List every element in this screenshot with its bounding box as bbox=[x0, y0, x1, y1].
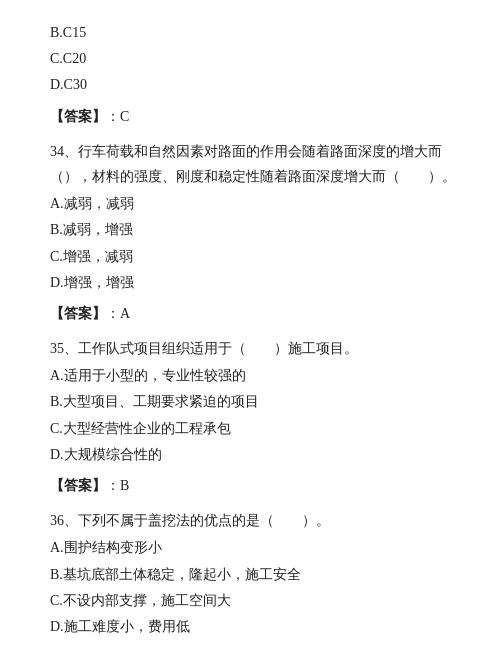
q36-options: A.围护结构变形小 B.基坑底部土体稳定，隆起小，施工安全 C.不设内部支撑，施… bbox=[50, 535, 460, 639]
q35-body: 工作队式项目组织适用于（ ）施工项目。 bbox=[78, 341, 358, 356]
q36-option-A: A.围护结构变形小 bbox=[50, 535, 460, 560]
q36-option-B: B.基坑底部土体稳定，隆起小，施工安全 bbox=[50, 562, 460, 587]
q34-text: 34、行车荷载和自然因素对路面的作用会随着路面深度的增大而（），材料的强度、刚度… bbox=[50, 139, 460, 189]
answer-34-value: A bbox=[120, 306, 130, 321]
question-36: 36、下列不属于盖挖法的优点的是（ ）。 A.围护结构变形小 B.基坑底部土体稳… bbox=[50, 508, 460, 639]
prev-answer: 【答案】：C bbox=[50, 104, 460, 129]
question-34: 34、行车荷载和自然因素对路面的作用会随着路面深度的增大而（），材料的强度、刚度… bbox=[50, 139, 460, 295]
q34-option-B: B.减弱，增强 bbox=[50, 217, 460, 242]
answer-35: 【答案】：B bbox=[50, 473, 460, 498]
answer-34: 【答案】：A bbox=[50, 301, 460, 326]
prev-answer-colon: ： bbox=[106, 109, 120, 124]
q36-body: 下列不属于盖挖法的优点的是（ ）。 bbox=[78, 513, 330, 528]
q35-option-D: D.大规模综合性的 bbox=[50, 442, 460, 467]
q35-option-B: B.大型项目、工期要求紧迫的项目 bbox=[50, 389, 460, 414]
q36-option-C: C.不设内部支撑，施工空间大 bbox=[50, 588, 460, 613]
answer-34-colon: ： bbox=[106, 306, 120, 321]
prev-option-list: B.C15 C.C20 D.C30 bbox=[50, 20, 460, 98]
q34-body: 行车荷载和自然因素对路面的作用会随着路面深度的增大而（），材料的强度、刚度和稳定… bbox=[50, 144, 456, 184]
answer-35-label: 【答案】 bbox=[50, 478, 106, 493]
q35-text: 35、工作队式项目组织适用于（ ）施工项目。 bbox=[50, 336, 460, 361]
answer-35-value: B bbox=[120, 478, 129, 493]
q36-number: 36、 bbox=[50, 513, 78, 528]
q34-option-A: A.减弱，减弱 bbox=[50, 191, 460, 216]
prev-answer-value: C bbox=[120, 109, 129, 124]
answer-35-colon: ： bbox=[106, 478, 120, 493]
q36-option-D: D.施工难度小，费用低 bbox=[50, 614, 460, 639]
prev-option-B: B.C15 bbox=[50, 20, 460, 45]
prev-option-D: D.C30 bbox=[50, 72, 460, 97]
q36-text: 36、下列不属于盖挖法的优点的是（ ）。 bbox=[50, 508, 460, 533]
q35-option-A: A.适用于小型的，专业性较强的 bbox=[50, 363, 460, 388]
q34-options: A.减弱，减弱 B.减弱，增强 C.增强，减弱 D.增强，增强 bbox=[50, 191, 460, 295]
q34-option-C: C.增强，减弱 bbox=[50, 244, 460, 269]
prev-answer-label: 【答案】 bbox=[50, 109, 106, 124]
q35-option-C: C.大型经营性企业的工程承包 bbox=[50, 416, 460, 441]
question-35: 35、工作队式项目组织适用于（ ）施工项目。 A.适用于小型的，专业性较强的 B… bbox=[50, 336, 460, 467]
q35-number: 35、 bbox=[50, 341, 78, 356]
q34-number: 34、 bbox=[50, 144, 78, 159]
q34-option-D: D.增强，增强 bbox=[50, 270, 460, 295]
prev-option-C: C.C20 bbox=[50, 46, 460, 71]
q35-options: A.适用于小型的，专业性较强的 B.大型项目、工期要求紧迫的项目 C.大型经营性… bbox=[50, 363, 460, 467]
prev-options: B.C15 C.C20 D.C30 bbox=[50, 20, 460, 98]
answer-34-label: 【答案】 bbox=[50, 306, 106, 321]
